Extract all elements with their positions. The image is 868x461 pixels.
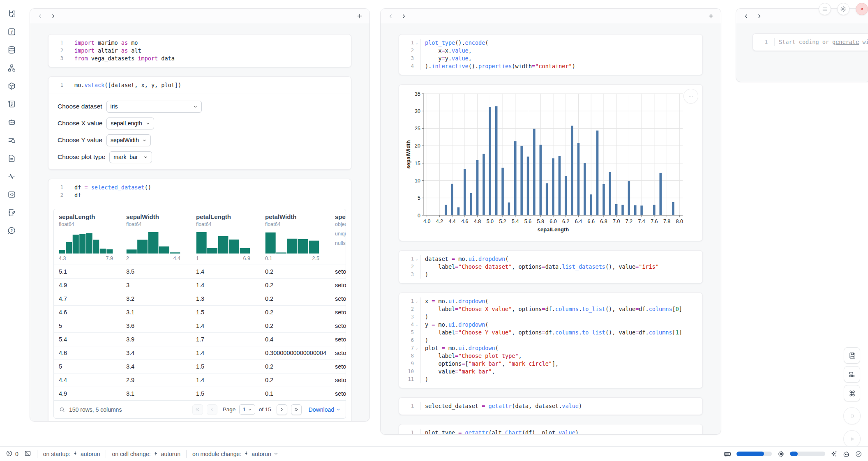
column-next-button[interactable] [754, 11, 764, 21]
cell-selected-dataset[interactable]: 1selected_dataset = getattr(data, datase… [399, 397, 703, 415]
code-line[interactable]: 1df = selected_dataset() [48, 184, 351, 191]
table-row[interactable]: 4.42.91.40.2setos [54, 373, 346, 387]
code-line[interactable]: 1plot_type = getattr(alt.Chart(df), plot… [399, 429, 702, 435]
code-line[interactable]: 1import marimo as mo [48, 39, 351, 47]
column-next-button[interactable] [399, 11, 409, 21]
code-editor[interactable]: 1df = selected_dataset()2df [48, 179, 351, 204]
table-row[interactable]: 5.13.51.40.2setos [54, 265, 346, 278]
error-indicator[interactable]: 0 [6, 450, 18, 458]
document-icon[interactable] [5, 152, 18, 164]
code-line[interactable]: 3) [399, 313, 702, 321]
add-cell-button[interactable] [355, 11, 365, 21]
code-line[interactable]: 3from vega_datasets import data [48, 55, 351, 62]
table-row[interactable]: 4.73.21.30.2setos [54, 292, 346, 305]
cell-plot-type[interactable]: 1plot_type = getattr(alt.Chart(df), plot… [399, 424, 703, 435]
column-prev-button[interactable] [741, 11, 751, 21]
code-line[interactable]: 8 label="Choose plot type", [399, 352, 702, 360]
page-select[interactable]: 1 [239, 404, 255, 415]
table-row[interactable]: 4.63.41.40.30000000000000004setos [54, 346, 346, 360]
code-line[interactable]: 1⌄plot_type().encode( [399, 39, 702, 47]
column-prev-button[interactable] [35, 11, 45, 21]
search-icon[interactable] [59, 406, 65, 413]
table-row[interactable]: 4.931.40.2setos [54, 278, 346, 292]
code-editor[interactable]: 1mo.vstack([dataset, x, y, plot]) [48, 77, 351, 94]
table-row[interactable]: 53.61.40.2setos [54, 319, 346, 332]
function-icon[interactable]: f [5, 25, 18, 38]
code-line[interactable]: 10 value="mark_bar", [399, 368, 702, 376]
editor-placeholder[interactable]: Start coding or generate with [774, 38, 868, 46]
next-page-button[interactable] [277, 404, 287, 415]
code-line[interactable]: 4⌄y = mo.ui.dropdown( [399, 321, 702, 329]
first-page-button[interactable] [192, 404, 203, 415]
run-mode-3[interactable]: on module change:autorun [192, 451, 278, 457]
code-line[interactable]: 2 x=x.value, [399, 47, 702, 55]
code-line[interactable]: 7⌄plot = mo.ui.dropdown( [399, 344, 702, 352]
column-name[interactable]: speci [335, 213, 341, 220]
connection-status-icon[interactable] [855, 450, 862, 458]
run-mode-2[interactable]: on cell change:autorun [112, 451, 180, 457]
column-name[interactable]: sepalWidth [126, 213, 186, 220]
choose-plot-type-select[interactable]: mark_bar [109, 151, 152, 163]
save-button[interactable] [844, 347, 860, 364]
cell-xy-plot-dropdowns[interactable]: 1⌄x = mo.ui.dropdown(2 label="Choose X v… [399, 293, 703, 388]
bar-chart[interactable]: 051015202530354.04.24.44.64.85.05.25.45.… [405, 90, 688, 234]
code-line[interactable]: 1mo.vstack([dataset, x, y, plot]) [48, 81, 351, 89]
code-line[interactable]: 2 label="Choose dataset", options=data.l… [399, 263, 702, 271]
cell-empty[interactable]: 1 Start coding or generate with [753, 33, 868, 51]
terminal-button[interactable] [24, 450, 31, 458]
choose-x-value-select[interactable]: sepalLength [106, 118, 154, 129]
database-icon[interactable] [5, 44, 18, 56]
code-editor[interactable]: 1⌄dataset = mo.ui.dropdown(2 label="Choo… [399, 251, 702, 283]
close-button[interactable] [856, 3, 868, 15]
table-row[interactable]: 4.63.11.50.2setos [54, 305, 346, 319]
choose-y-value-select[interactable]: sepalWidth [106, 134, 151, 146]
prev-page-button[interactable] [207, 404, 217, 415]
stop-button[interactable] [843, 407, 861, 424]
cell-dataframe[interactable]: 1df = selected_dataset()2df sepalLengthf… [48, 179, 351, 422]
column-name[interactable]: sepalLength [59, 213, 116, 220]
download-button[interactable]: Download [309, 406, 341, 413]
copilot-button[interactable] [843, 450, 850, 458]
choose-dataset-select[interactable]: iris [106, 101, 202, 113]
code-line[interactable]: 2df [48, 191, 351, 199]
code-line[interactable]: 2 label="Choose X value", options=df.col… [399, 305, 702, 313]
scroll-icon[interactable] [5, 98, 18, 110]
code-editor[interactable]: 1⌄x = mo.ui.dropdown(2 label="Choose X v… [399, 293, 702, 388]
code-line[interactable]: 4).interactive().properties(width="conta… [399, 62, 702, 70]
code-line[interactable]: 9 options=["mark_bar", "mark_circle"], [399, 360, 702, 368]
settings-button[interactable] [837, 3, 850, 15]
code-editor[interactable]: 1 Start coding or generate with [753, 34, 868, 51]
command-button[interactable] [844, 385, 860, 401]
code-editor[interactable]: 1⌄plot_type().encode(2 x=x.value,3 y=y.v… [399, 35, 702, 75]
layout-button[interactable] [844, 366, 860, 383]
play-button[interactable] [843, 430, 861, 447]
code-line[interactable]: 6) [399, 337, 702, 344]
cell-imports[interactable]: 1import marimo as mo2import altair as al… [48, 34, 351, 67]
code-line[interactable]: 1⌄dataset = mo.ui.dropdown( [399, 255, 702, 263]
code-editor[interactable]: 1import marimo as mo2import altair as al… [48, 35, 351, 67]
chart-actions-button[interactable] [683, 89, 698, 104]
code-line[interactable]: 1⌄x = mo.ui.dropdown( [399, 297, 702, 305]
menu-button[interactable] [819, 3, 831, 15]
code-editor[interactable]: 1plot_type = getattr(alt.Chart(df), plot… [399, 424, 702, 435]
hierarchy-icon[interactable] [5, 62, 18, 74]
code-line[interactable]: 3 y=y.value, [399, 55, 702, 62]
column-next-button[interactable] [48, 11, 58, 21]
table-row[interactable]: 5.43.91.70.4setos [54, 332, 346, 346]
ai-sparkles-button[interactable] [830, 450, 838, 458]
cell-plot-code[interactable]: 1⌄plot_type().encode(2 x=x.value,3 y=y.v… [399, 34, 703, 75]
code-editor[interactable]: 1selected_dataset = getattr(data, datase… [399, 398, 702, 415]
column-prev-button[interactable] [386, 11, 395, 21]
code-line[interactable]: 5 label="Choose Y value", options=df.col… [399, 329, 702, 337]
code-line[interactable]: 1selected_dataset = getattr(data, datase… [399, 402, 702, 410]
search-list-icon[interactable] [5, 134, 18, 146]
file-tree-icon[interactable] [5, 7, 18, 20]
help-icon[interactable]: ? [5, 224, 18, 237]
column-name[interactable]: petalLength [196, 213, 255, 220]
last-page-button[interactable] [291, 404, 302, 415]
code-line[interactable]: 11) [399, 376, 702, 383]
generate-link[interactable]: generate [832, 39, 859, 45]
code-snippet-icon[interactable] [5, 188, 18, 201]
code-line[interactable]: 3) [399, 271, 702, 279]
add-cell-button[interactable] [706, 11, 716, 21]
